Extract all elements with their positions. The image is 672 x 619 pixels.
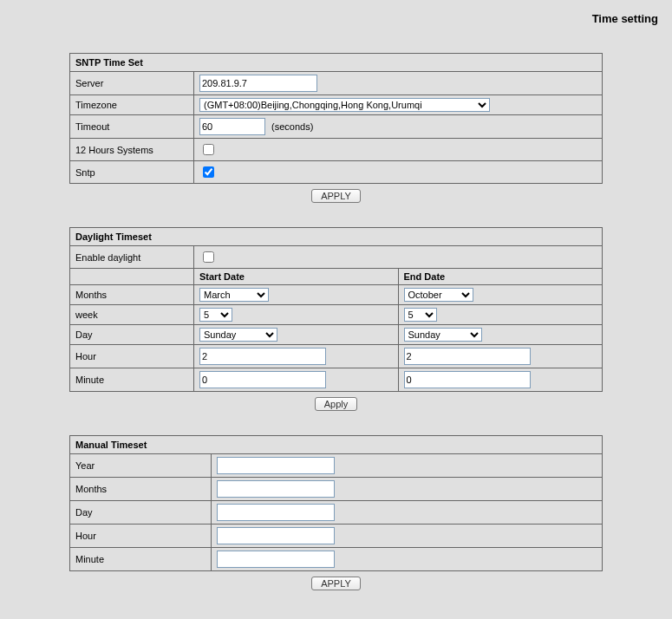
sntp-section: SNTP Time Set Server Timezone (GMT+08:00… xyxy=(69,53,603,203)
end-month-select[interactable]: October xyxy=(404,288,473,302)
manual-hour-label: Hour xyxy=(70,525,212,548)
page-title: Time setting xyxy=(0,0,672,29)
sntp-checkbox[interactable] xyxy=(203,166,214,178)
manual-minute-input[interactable] xyxy=(217,551,335,568)
daylight-hour-label: Hour xyxy=(70,345,194,368)
start-month-select[interactable]: March xyxy=(199,288,269,302)
end-day-select[interactable]: Sunday xyxy=(404,328,482,342)
start-day-select[interactable]: Sunday xyxy=(199,328,277,342)
end-week-select[interactable]: 5 xyxy=(404,308,437,322)
hours12-checkbox[interactable] xyxy=(203,144,214,155)
daylight-section: Daylight Timeset Enable daylight Start D… xyxy=(69,227,603,411)
server-input[interactable] xyxy=(199,75,317,92)
end-date-header: End Date xyxy=(398,269,603,285)
timezone-select[interactable]: (GMT+08:00)Beijing,Chongqing,Hong Kong,U… xyxy=(199,98,490,112)
timeout-label: Timeout xyxy=(70,115,194,139)
manual-table: Manual Timeset Year Months Day Hour Minu… xyxy=(69,435,603,571)
timezone-label: Timezone xyxy=(70,95,194,115)
enable-daylight-label: Enable daylight xyxy=(70,246,194,269)
manual-section-title: Manual Timeset xyxy=(70,436,603,454)
manual-months-input[interactable] xyxy=(217,480,335,498)
start-week-select[interactable]: 5 xyxy=(199,308,232,322)
sntp-label: Sntp xyxy=(70,161,194,184)
end-minute-input[interactable] xyxy=(404,371,531,388)
manual-day-input[interactable] xyxy=(217,504,335,521)
hours12-label: 12 Hours Systems xyxy=(70,139,194,161)
manual-apply-button[interactable]: APPLY xyxy=(311,577,361,590)
manual-hour-input[interactable] xyxy=(217,527,335,544)
server-label: Server xyxy=(70,72,194,95)
daylight-apply-button[interactable]: Apply xyxy=(315,397,358,411)
manual-minute-label: Minute xyxy=(70,548,212,571)
daylight-day-label: Day xyxy=(70,325,194,345)
manual-year-input[interactable] xyxy=(217,457,335,474)
start-hour-input[interactable] xyxy=(199,348,326,365)
daylight-blank-header xyxy=(70,269,194,285)
sntp-table: SNTP Time Set Server Timezone (GMT+08:00… xyxy=(69,53,603,184)
daylight-minute-label: Minute xyxy=(70,368,194,392)
end-hour-input[interactable] xyxy=(404,348,531,365)
daylight-months-label: Months xyxy=(70,285,194,305)
daylight-table: Daylight Timeset Enable daylight Start D… xyxy=(69,227,603,392)
manual-months-label: Months xyxy=(70,478,212,501)
start-minute-input[interactable] xyxy=(199,371,326,388)
start-date-header: Start Date xyxy=(194,269,399,285)
sntp-apply-button[interactable]: APPLY xyxy=(311,189,361,203)
manual-year-label: Year xyxy=(70,454,212,478)
enable-daylight-checkbox[interactable] xyxy=(203,251,214,263)
timeout-suffix: (seconds) xyxy=(271,121,313,132)
manual-section: Manual Timeset Year Months Day Hour Minu… xyxy=(69,435,603,590)
daylight-week-label: week xyxy=(70,305,194,325)
timeout-input[interactable] xyxy=(199,118,265,135)
manual-day-label: Day xyxy=(70,501,212,525)
daylight-section-title: Daylight Timeset xyxy=(70,228,603,246)
sntp-section-title: SNTP Time Set xyxy=(70,54,603,72)
